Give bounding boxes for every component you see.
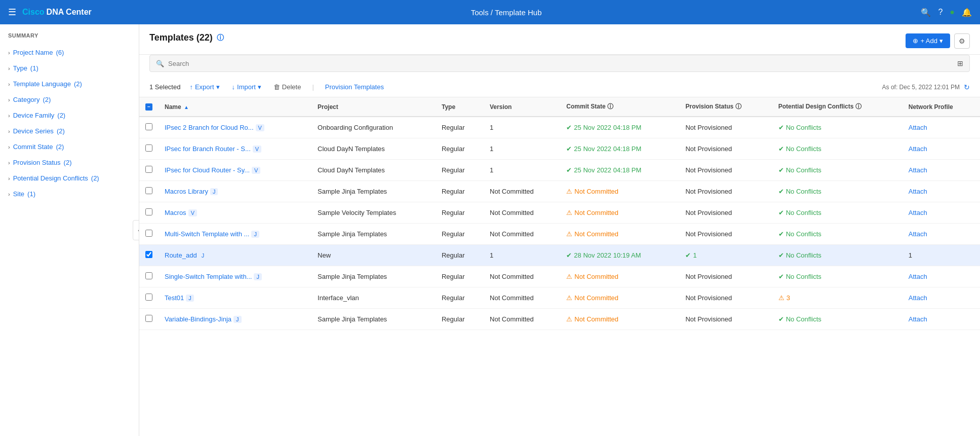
row-select-checkbox[interactable] xyxy=(145,208,152,215)
check-circle-icon: ✔ xyxy=(685,251,691,259)
sidebar-count-device-family: (2) xyxy=(57,112,65,119)
col-header-type[interactable]: Type xyxy=(436,97,484,117)
row-project: New xyxy=(311,245,436,266)
row-provision-status: Not Provisioned xyxy=(679,287,772,309)
row-network-profile[interactable]: Attach xyxy=(903,117,980,138)
search-icon[interactable]: 🔍 xyxy=(921,8,931,17)
sidebar-item-commit-state[interactable]: › Commit State (2) xyxy=(0,139,139,155)
row-select-checkbox[interactable] xyxy=(145,123,152,130)
sidebar-item-category[interactable]: › Category (2) xyxy=(0,92,139,107)
sidebar-item-provision-status[interactable]: › Provision Status (2) xyxy=(0,155,139,170)
row-select-checkbox[interactable] xyxy=(145,251,152,258)
row-network-profile[interactable]: Attach xyxy=(903,160,980,181)
export-button[interactable]: ↑ Export ▾ xyxy=(186,81,222,93)
col-header-name[interactable]: Name ▲ xyxy=(159,97,311,117)
row-name[interactable]: Variable-Bindings-JinjaJ xyxy=(159,309,311,330)
check-all-indicator[interactable]: − xyxy=(145,103,152,111)
check-circle-icon: ✔ xyxy=(566,166,572,174)
row-select-checkbox[interactable] xyxy=(145,315,152,322)
row-select-checkbox[interactable] xyxy=(145,166,152,173)
row-select-checkbox[interactable] xyxy=(145,187,152,194)
conflicts-info-icon[interactable]: ⓘ xyxy=(855,103,861,110)
export-dropdown-icon: ▾ xyxy=(216,83,220,91)
row-network-profile[interactable]: Attach xyxy=(903,202,980,224)
col-header-provision-status[interactable]: Provision Status ⓘ xyxy=(679,97,772,117)
import-button[interactable]: ↓ Import ▾ xyxy=(229,81,264,93)
row-provision-status: Not Provisioned xyxy=(679,309,772,330)
check-circle-icon: ✔ xyxy=(566,145,572,153)
row-name[interactable]: IPsec for Branch Router - S...V xyxy=(159,138,311,160)
row-network-profile[interactable]: Attach xyxy=(903,287,980,309)
search-input[interactable] xyxy=(168,60,957,67)
bell-icon[interactable]: 🔔 xyxy=(962,8,972,17)
info-icon[interactable]: ⓘ xyxy=(217,33,224,43)
delete-label: Delete xyxy=(282,83,301,91)
no-conflicts-indicator: ✔ No Conflicts xyxy=(778,124,896,131)
delete-button[interactable]: 🗑 Delete xyxy=(270,81,304,93)
filter-icon[interactable]: ⊞ xyxy=(957,59,963,67)
lang-badge: V xyxy=(188,209,197,216)
col-header-conflicts[interactable]: Potential Design Conflicts ⓘ xyxy=(772,97,903,117)
select-all-header[interactable]: − xyxy=(139,97,159,117)
help-icon[interactable]: ? xyxy=(938,8,943,17)
sidebar-item-project-name[interactable]: › Project Name (6) xyxy=(0,45,139,60)
sidebar-count-potential-design-conflicts: (2) xyxy=(91,174,99,182)
col-header-project[interactable]: Project xyxy=(311,97,436,117)
templates-table-container: − Name ▲ Project Type Version Commit Sta… xyxy=(139,97,980,436)
row-name[interactable]: Single-Switch Template with...J xyxy=(159,266,311,287)
row-name[interactable]: IPsec 2 Branch for Cloud Ro...V xyxy=(159,117,311,138)
chevron-right-icon: › xyxy=(8,128,10,134)
row-network-profile[interactable]: Attach xyxy=(903,138,980,160)
row-commit-state: ⚠ Not Committed xyxy=(560,181,679,202)
sidebar-label-template-language: Template Language xyxy=(13,80,71,88)
row-commit-state: ⚠ Not Committed xyxy=(560,287,679,309)
commit-committed-indicator: ✔ 25 Nov 2022 04:18 PM xyxy=(566,166,673,174)
add-button[interactable]: ⊕ + Add ▾ xyxy=(906,33,950,48)
row-name[interactable]: Route_addJ xyxy=(159,245,311,266)
sidebar-item-device-family[interactable]: › Device Family (2) xyxy=(0,107,139,123)
refresh-button[interactable]: ↻ xyxy=(964,83,970,91)
row-network-profile[interactable]: Attach xyxy=(903,309,980,330)
hamburger-icon[interactable]: ☰ xyxy=(8,7,16,18)
col-header-version[interactable]: Version xyxy=(484,97,560,117)
row-network-profile[interactable]: Attach xyxy=(903,181,980,202)
row-version: Not Committed xyxy=(484,309,560,330)
row-network-profile[interactable]: Attach xyxy=(903,266,980,287)
row-select-checkbox[interactable] xyxy=(145,294,152,301)
sidebar-label-commit-state: Commit State xyxy=(13,143,53,151)
row-provision-status: Not Provisioned xyxy=(679,202,772,224)
provision-templates-button[interactable]: Provision Templates xyxy=(322,81,387,93)
row-name[interactable]: Macros LibraryJ xyxy=(159,181,311,202)
row-name[interactable]: Test01J xyxy=(159,287,311,309)
sidebar-item-type[interactable]: › Type (1) xyxy=(0,60,139,76)
row-name[interactable]: MacrosV xyxy=(159,202,311,224)
row-commit-state: ✔ 28 Nov 2022 10:19 AM xyxy=(560,245,679,266)
row-select-checkbox[interactable] xyxy=(145,230,152,237)
col-header-network-profile[interactable]: Network Profile xyxy=(903,97,980,117)
row-name[interactable]: IPsec for Cloud Router - Sy...V xyxy=(159,160,311,181)
provision-status-info-icon[interactable]: ⓘ xyxy=(735,103,741,110)
row-network-profile[interactable]: Attach xyxy=(903,224,980,245)
row-project: Sample Jinja Templates xyxy=(311,266,436,287)
row-conflicts: ✔ No Conflicts xyxy=(772,224,903,245)
row-name[interactable]: Multi-Switch Template with ...J xyxy=(159,224,311,245)
commit-state-info-icon[interactable]: ⓘ xyxy=(607,103,613,110)
row-commit-state: ✔ 25 Nov 2022 04:18 PM xyxy=(560,160,679,181)
row-provision-status: Not Provisioned xyxy=(679,181,772,202)
row-checkbox-cell xyxy=(139,138,159,160)
no-conflicts-indicator: ✔ No Conflicts xyxy=(778,166,896,174)
sidebar-item-site[interactable]: › Site (1) xyxy=(0,186,139,202)
row-select-checkbox[interactable] xyxy=(145,144,152,152)
col-header-commit-state[interactable]: Commit State ⓘ xyxy=(560,97,679,117)
settings-button[interactable]: ⚙ xyxy=(954,33,970,49)
sidebar-item-potential-design-conflicts[interactable]: › Potential Design Conflicts (2) xyxy=(0,170,139,186)
sidebar-label-potential-design-conflicts: Potential Design Conflicts xyxy=(13,174,88,182)
sidebar-item-device-series[interactable]: › Device Series (2) xyxy=(0,123,139,139)
selected-count-label: 1 Selected xyxy=(149,83,180,91)
status-icon[interactable]: ● xyxy=(950,8,955,17)
main-content: Templates (22) ⓘ ⊕ + Add ▾ ⚙ 🔍 xyxy=(139,24,980,436)
sidebar-item-template-language[interactable]: › Template Language (2) xyxy=(0,76,139,92)
row-checkbox-cell xyxy=(139,202,159,224)
row-select-checkbox[interactable] xyxy=(145,272,152,279)
sidebar-collapse-button[interactable]: ‹ xyxy=(133,220,139,240)
